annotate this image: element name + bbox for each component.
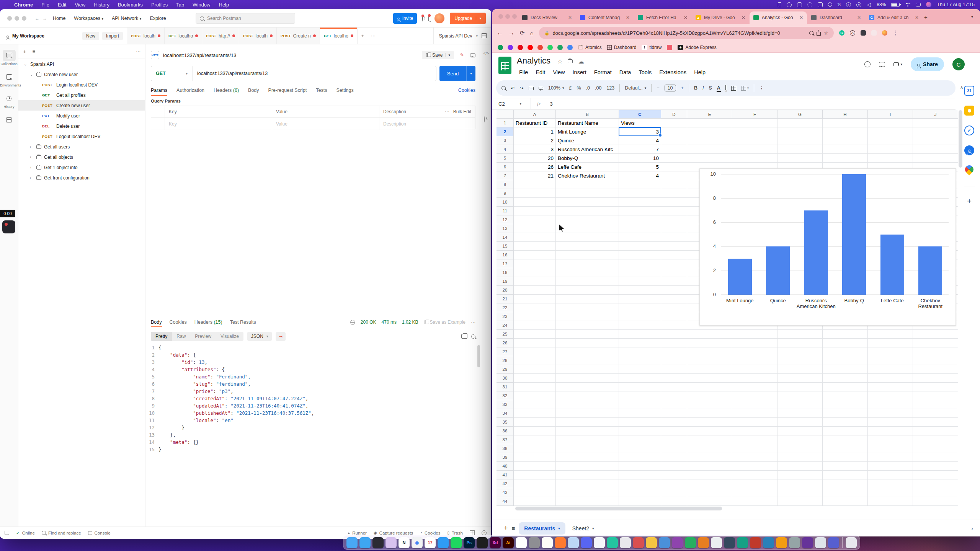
cell-E30[interactable] [687,374,732,383]
trash-button[interactable]: ▯Trash [448,531,463,535]
status-icon[interactable] [807,2,812,7]
cell-A7[interactable]: 21 [514,171,556,180]
upgrade-button[interactable]: Upgrade▾ [450,13,486,24]
grammarly-extension-icon[interactable]: G [839,30,844,36]
cell-D37[interactable] [661,435,687,444]
cell-D30[interactable] [661,374,687,383]
menu-edit[interactable]: Edit [532,68,548,77]
cell-B1[interactable]: Restaurant Name [556,119,619,127]
strikethrough-icon[interactable]: S [709,85,712,91]
request-tab-params[interactable]: Params [151,88,167,93]
cell-I5[interactable] [868,154,913,163]
move-folder-icon[interactable] [568,59,573,63]
cell-H36[interactable] [823,427,868,435]
font-family-select[interactable]: Defaul...▾ [625,85,646,91]
bookmark-favicon[interactable] [567,45,573,50]
cell-D40[interactable] [661,462,687,471]
cell-C7[interactable]: 4 [619,171,661,180]
cell-C40[interactable] [619,462,661,471]
photoshop-dock-icon[interactable]: Ps [464,537,475,548]
cell-C25[interactable] [619,330,661,339]
cell-A14[interactable] [514,233,556,242]
row-header-18[interactable]: 18 [497,268,514,277]
rectangle-icon[interactable] [818,2,823,7]
tab-close-icon[interactable]: ✕ [742,15,745,20]
slack-dock-icon[interactable] [516,537,527,548]
dock-icon[interactable] [633,537,644,548]
cell-G43[interactable] [777,488,823,497]
dock-icon[interactable] [763,537,774,548]
cell-G29[interactable] [777,365,823,374]
cell-H26[interactable] [823,339,868,347]
bookmark-favicon[interactable] [528,45,533,50]
cell-H34[interactable] [823,409,868,418]
cell-C36[interactable] [619,427,661,435]
cell-B32[interactable] [556,391,619,400]
status-icon[interactable] [778,2,781,7]
dock-icon[interactable] [529,537,540,548]
cell-D13[interactable] [661,224,687,233]
chart-bar-6[interactable] [918,246,942,295]
row-header-17[interactable]: 17 [497,259,514,268]
screen-recorder-widget[interactable] [2,220,15,233]
cell-E28[interactable] [687,356,732,365]
cell-F31[interactable] [732,383,777,391]
cell-C16[interactable] [619,251,661,259]
request-tab[interactable]: GETlocalho [165,28,202,44]
row-header-12[interactable]: 12 [497,215,514,224]
cell-A2[interactable]: 1 [514,127,556,136]
cell-D36[interactable] [661,427,687,435]
cell-C31[interactable] [619,383,661,391]
toolbar-more-icon[interactable]: ⋮ [759,85,764,91]
currency-format-icon[interactable]: £ [569,85,572,91]
nav-workspaces[interactable]: Workspaces ▾ [74,16,103,21]
cell-C34[interactable] [619,409,661,418]
response-tab-body[interactable]: Body [151,320,162,325]
cell-G31[interactable] [777,383,823,391]
all-sheets-icon[interactable]: ≡ [512,525,515,531]
tab-close-icon[interactable]: ✕ [799,15,803,20]
row-header-42[interactable]: 42 [497,479,514,488]
cell-B28[interactable] [556,356,619,365]
cell-J44[interactable] [913,497,958,506]
cell-B37[interactable] [556,435,619,444]
minimize-button[interactable] [15,16,19,21]
cell-E35[interactable] [687,418,732,427]
cell-B38[interactable] [556,444,619,453]
bookmark-favicon[interactable] [667,45,672,50]
zoom-select[interactable]: 100%▾ [548,85,564,91]
request-tab[interactable]: POSThttp:// [202,28,239,44]
extension-icon[interactable] [882,30,887,36]
postman-search-input[interactable]: Search Postman [196,13,295,24]
cell-A35[interactable] [514,418,556,427]
cell-J43[interactable] [913,488,958,497]
cell-C20[interactable] [619,286,661,295]
row-header-32[interactable]: 32 [497,391,514,400]
request-tab-pre-request[interactable]: Pre-request Script [268,88,307,93]
account-avatar[interactable]: C [952,58,965,70]
request-item[interactable]: PUTModify user [18,111,145,121]
cell-F43[interactable] [732,488,777,497]
cell-G41[interactable] [777,471,823,479]
row-header-37[interactable]: 37 [497,435,514,444]
code-snippet-icon[interactable]: </> [483,51,489,55]
formula-input[interactable]: 3 [550,101,552,107]
cell-J3[interactable] [913,136,958,145]
cell-A33[interactable] [514,400,556,409]
cell-D44[interactable] [661,497,687,506]
dock-icon[interactable] [698,537,709,548]
row-header-21[interactable]: 21 [497,295,514,303]
cookies-button[interactable]: ◔Cookies [420,531,441,535]
column-header-D[interactable]: D [661,110,687,119]
bookmark-tldraw[interactable]: ⋮tldraw [642,45,662,50]
cell-C11[interactable] [619,207,661,215]
cell-A17[interactable] [514,259,556,268]
cell-E44[interactable] [687,497,732,506]
chrome-dock-icon[interactable]: ◉ [412,537,423,548]
cell-J32[interactable] [913,391,958,400]
cell-F32[interactable] [732,391,777,400]
cell-I1[interactable] [868,119,913,127]
cell-D27[interactable] [661,347,687,356]
menu-edit[interactable]: Edit [58,2,66,8]
row-header-22[interactable]: 22 [497,303,514,312]
